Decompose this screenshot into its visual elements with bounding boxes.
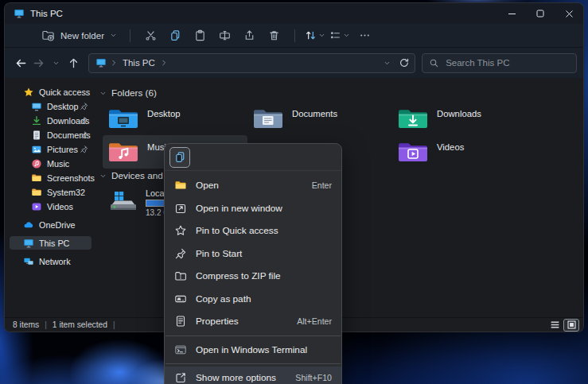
close-button[interactable] xyxy=(555,3,583,24)
context-menu-items: OpenEnterOpen in new windowPin to Quick … xyxy=(165,171,341,384)
status-divider: | xyxy=(45,320,47,329)
sidebar-item-music[interactable]: Music xyxy=(10,157,92,170)
pin-icon xyxy=(80,130,88,139)
menu-item-label: Properties xyxy=(196,316,288,327)
copy-button[interactable] xyxy=(163,26,188,45)
pin-start-icon xyxy=(174,247,187,260)
folder-tile-label: Downloads xyxy=(437,109,481,118)
more-icon xyxy=(359,29,371,41)
new-folder-label: New folder xyxy=(60,31,104,41)
minimize-button[interactable] xyxy=(497,3,526,24)
rename-icon xyxy=(219,29,231,41)
breadcrumb-chevron xyxy=(160,59,168,67)
videos-folder-icon xyxy=(397,140,429,164)
pin-icon xyxy=(80,102,88,111)
sidebar-item-onedrive[interactable]: OneDrive xyxy=(10,218,92,231)
sort-icon xyxy=(305,29,317,41)
view-icon xyxy=(329,29,341,41)
new-folder-button[interactable]: New folder xyxy=(37,26,122,45)
address-bar[interactable]: This PC xyxy=(88,53,415,73)
menu-item-show-more-options[interactable]: Show more optionsShift+F10 xyxy=(165,367,341,384)
sidebar-item-label: Pictures xyxy=(47,145,78,154)
folders-section-title: Folders (6) xyxy=(111,87,157,99)
pin-icon xyxy=(80,116,88,125)
show-more-icon xyxy=(174,371,187,384)
terminal-icon xyxy=(174,343,187,356)
sidebar-item-network[interactable]: Network xyxy=(10,254,92,268)
sort-button[interactable] xyxy=(303,26,328,45)
larges-view-icon-button[interactable] xyxy=(564,320,578,331)
view-button[interactable] xyxy=(328,26,352,45)
details-view-icon xyxy=(550,320,560,330)
folder-tile-label: Desktop xyxy=(147,109,180,118)
up-icon xyxy=(64,53,82,72)
menu-item-open-in-windows-terminal[interactable]: Open in Windows Terminal xyxy=(165,339,341,362)
command-toolbar: New folder xyxy=(5,24,583,48)
cut-button[interactable] xyxy=(138,26,163,45)
document-icon xyxy=(31,130,42,141)
search-input[interactable] xyxy=(446,58,570,68)
maximize-button[interactable] xyxy=(526,3,555,24)
menu-item-properties[interactable]: PropertiesAlt+Enter xyxy=(165,310,341,333)
folder-tile-documents[interactable]: Documents xyxy=(247,102,392,135)
menu-item-label: Copy as path xyxy=(196,293,323,304)
details-view-button[interactable] xyxy=(547,320,562,331)
sidebar-item-screenshots[interactable]: Screenshots xyxy=(10,171,92,184)
menu-item-open-in-new-window[interactable]: Open in new window xyxy=(165,197,341,220)
folders-section-header[interactable]: Folders (6) xyxy=(99,87,583,99)
sidebar-item-videos[interactable]: Videos xyxy=(10,200,92,213)
star-icon xyxy=(23,87,34,98)
open-new-window-icon xyxy=(174,202,187,215)
sidebar-item-label: Quick access xyxy=(39,87,90,97)
breadcrumb-this-pc[interactable]: This PC xyxy=(121,58,157,68)
folder-tile-videos[interactable]: Videos xyxy=(392,135,537,169)
menu-item-pin-to-start[interactable]: Pin to Start xyxy=(165,242,341,266)
status-divider: | xyxy=(113,320,115,329)
folder-tile-downloads[interactable]: Downloads xyxy=(392,102,537,135)
menu-item-open[interactable]: OpenEnter xyxy=(165,174,341,197)
context-copy-button[interactable] xyxy=(169,147,190,168)
delete-button[interactable] xyxy=(262,26,286,45)
folder-icon xyxy=(31,187,42,198)
search-box[interactable] xyxy=(422,53,577,73)
navigation-pane: Quick accessDesktopDownloadsDocumentsPic… xyxy=(5,78,95,317)
sidebar-item-label: OneDrive xyxy=(39,220,76,230)
paste-icon xyxy=(194,29,206,41)
sidebar-item-label: This PC xyxy=(39,239,69,248)
breadcrumb-chevron xyxy=(110,59,118,67)
chevron-down-sm xyxy=(384,60,391,67)
menu-item-pin-to-quick-access[interactable]: Pin to Quick access xyxy=(165,219,341,242)
pin-quick-access-icon xyxy=(174,224,187,237)
rename-button[interactable] xyxy=(212,26,237,45)
navigation-bar: This PC xyxy=(5,48,583,78)
videos-icon xyxy=(31,201,42,212)
selection-count: 1 item selected xyxy=(53,320,107,329)
more-button[interactable] xyxy=(352,26,377,45)
share-button[interactable] xyxy=(237,26,262,45)
sidebar-item-label: Screenshots xyxy=(47,173,95,183)
compress-zip-icon xyxy=(174,270,187,282)
menu-item-label: Pin to Start xyxy=(196,248,323,259)
menu-item-label: Open in Windows Terminal xyxy=(196,344,323,355)
menu-item-shortcut: Enter xyxy=(312,180,332,190)
sidebar-item-desktop[interactable]: Desktop xyxy=(10,99,92,113)
network-icon xyxy=(23,256,34,267)
copy-path-icon xyxy=(174,293,187,305)
sidebar-item-documents[interactable]: Documents xyxy=(10,128,92,142)
downloads-folder-icon xyxy=(397,107,429,130)
menu-item-compress-to-zip-file[interactable]: Compress to ZIP file xyxy=(165,265,341,288)
sidebar-item-quick-access[interactable]: Quick access xyxy=(10,85,92,99)
cut-icon xyxy=(145,29,157,41)
sidebar-item-pictures[interactable]: Pictures xyxy=(10,142,92,156)
sidebar-item-system32[interactable]: System32 xyxy=(10,185,92,199)
music-folder-icon xyxy=(107,140,139,164)
window-title: This PC xyxy=(30,9,497,18)
paste-button[interactable] xyxy=(188,26,212,45)
menu-item-copy-as-path[interactable]: Copy as path xyxy=(165,288,341,311)
copy-icon xyxy=(174,151,186,163)
sidebar-item-downloads[interactable]: Downloads xyxy=(10,114,92,127)
menu-item-shortcut: Alt+Enter xyxy=(297,316,332,326)
folder-icon xyxy=(31,173,42,184)
folder-tile-desktop[interactable]: Desktop xyxy=(103,102,247,135)
sidebar-item-this-pc[interactable]: This PC xyxy=(10,236,92,250)
